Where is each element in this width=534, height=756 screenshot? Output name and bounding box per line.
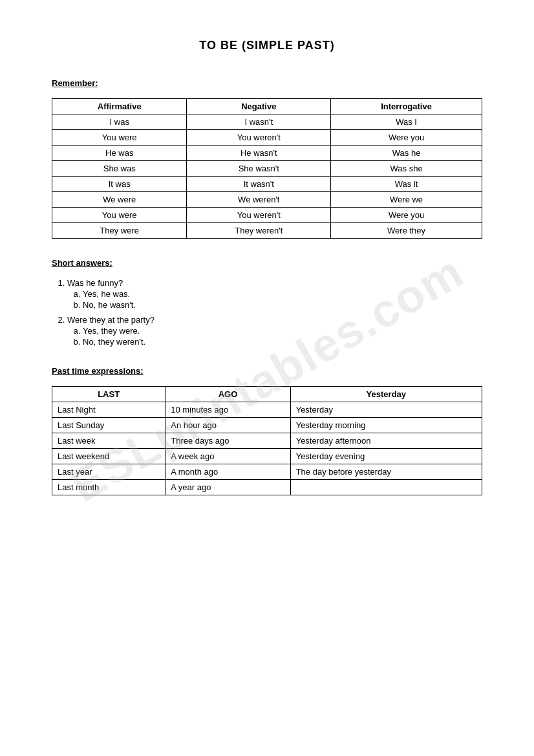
table-row: Last Night10 minutes agoYesterday — [52, 402, 482, 418]
time-header-cell: LAST — [52, 387, 166, 402]
table-row: They wereThey weren'tWere they — [52, 223, 482, 239]
table-row: He wasHe wasn'tWas he — [52, 146, 482, 161]
list-item: Yes, they were. — [83, 326, 482, 336]
short-answers-label: Short answers: — [52, 258, 482, 268]
table-cell: He was — [52, 146, 187, 161]
list-item: Yes, he was. — [83, 289, 482, 299]
table-cell: Last Night — [52, 402, 166, 418]
table-cell: Was he — [331, 146, 482, 161]
table-cell: I wasn't — [187, 114, 331, 130]
table-cell: Last week — [52, 433, 166, 449]
time-table: LASTAGOYesterday Last Night10 minutes ag… — [52, 386, 482, 495]
table-cell: Last weekend — [52, 449, 166, 464]
table-cell: We weren't — [187, 192, 331, 208]
table-cell: A month ago — [166, 464, 290, 480]
list-item: Were they at the party?Yes, they were.No… — [67, 315, 482, 347]
table-cell: You were — [52, 208, 187, 223]
table-row: Last weekendA week agoYesterday evening — [52, 449, 482, 464]
table-cell: An hour ago — [166, 418, 290, 433]
table-cell: It was — [52, 177, 187, 192]
table-row: You wereYou weren'tWere you — [52, 130, 482, 146]
short-answers-list: Was he funny?Yes, he was.No, he wasn't.W… — [52, 278, 482, 347]
conjugation-header-cell: Affirmative — [52, 99, 187, 114]
table-cell: You were — [52, 130, 187, 146]
table-cell: Was it — [331, 177, 482, 192]
table-cell: It wasn't — [187, 177, 331, 192]
table-cell: Were you — [331, 208, 482, 223]
table-cell: Last Sunday — [52, 418, 166, 433]
table-cell: Last year — [52, 464, 166, 480]
table-row: We wereWe weren'tWere we — [52, 192, 482, 208]
short-answers-section: Short answers: Was he funny?Yes, he was.… — [52, 258, 482, 347]
table-row: Last SundayAn hour agoYesterday morning — [52, 418, 482, 433]
list-item: Was he funny?Yes, he was.No, he wasn't. — [67, 278, 482, 310]
table-cell: She wasn't — [187, 161, 331, 177]
conjugation-table: AffirmativeNegativeInterrogative I wasI … — [52, 98, 482, 239]
table-cell: We were — [52, 192, 187, 208]
table-cell: You weren't — [187, 130, 331, 146]
table-cell: You weren't — [187, 208, 331, 223]
sub-answer-list: Yes, he was.No, he wasn't. — [67, 289, 482, 310]
conjugation-header-cell: Negative — [187, 99, 331, 114]
list-item: No, he wasn't. — [83, 300, 482, 310]
table-cell: The day before yesterday — [290, 464, 482, 480]
table-row: Last yearA month agoThe day before yeste… — [52, 464, 482, 480]
table-row: It wasIt wasn'tWas it — [52, 177, 482, 192]
time-header-row: LASTAGOYesterday — [52, 387, 482, 402]
table-cell: I was — [52, 114, 187, 130]
conjugation-header-row: AffirmativeNegativeInterrogative — [52, 99, 482, 114]
table-cell: Was she — [331, 161, 482, 177]
remember-label: Remember: — [52, 78, 482, 88]
table-cell: Yesterday — [290, 402, 482, 418]
table-row: Last weekThree days agoYesterday afterno… — [52, 433, 482, 449]
conjugation-header-cell: Interrogative — [331, 99, 482, 114]
page-title: TO BE (SIMPLE PAST) — [52, 39, 482, 52]
table-cell: Were we — [331, 192, 482, 208]
table-cell: A week ago — [166, 449, 290, 464]
table-cell: A year ago — [166, 480, 290, 495]
time-header-cell: Yesterday — [290, 387, 482, 402]
table-cell: Last month — [52, 480, 166, 495]
past-time-label: Past time expressions: — [52, 366, 482, 376]
table-cell: They were — [52, 223, 187, 239]
table-cell — [290, 480, 482, 495]
table-row: Last monthA year ago — [52, 480, 482, 495]
table-cell: Yesterday morning — [290, 418, 482, 433]
table-cell: Yesterday afternoon — [290, 433, 482, 449]
past-time-section: Past time expressions: LASTAGOYesterday … — [52, 366, 482, 495]
table-cell: She was — [52, 161, 187, 177]
table-cell: Three days ago — [166, 433, 290, 449]
table-row: She wasShe wasn'tWas she — [52, 161, 482, 177]
time-header-cell: AGO — [166, 387, 290, 402]
table-row: You wereYou weren'tWere you — [52, 208, 482, 223]
table-cell: Yesterday evening — [290, 449, 482, 464]
list-item: No, they weren't. — [83, 337, 482, 347]
remember-section: Remember: AffirmativeNegativeInterrogati… — [52, 78, 482, 239]
table-cell: Were you — [331, 130, 482, 146]
table-cell: They weren't — [187, 223, 331, 239]
table-row: I wasI wasn'tWas I — [52, 114, 482, 130]
sub-answer-list: Yes, they were.No, they weren't. — [67, 326, 482, 347]
table-cell: He wasn't — [187, 146, 331, 161]
table-cell: Were they — [331, 223, 482, 239]
table-cell: 10 minutes ago — [166, 402, 290, 418]
table-cell: Was I — [331, 114, 482, 130]
